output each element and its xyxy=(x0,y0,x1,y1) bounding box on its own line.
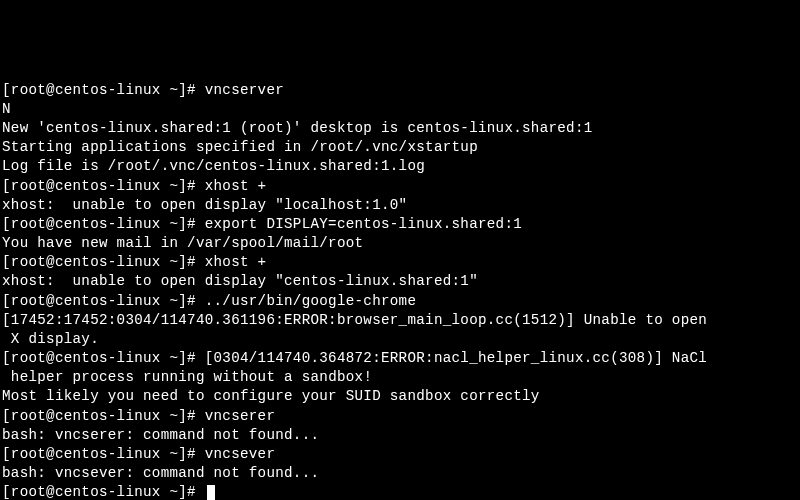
terminal-line: Most likely you need to configure your S… xyxy=(2,387,798,406)
terminal-line: bash: vncsever: command not found... xyxy=(2,464,798,483)
terminal-line: You have new mail in /var/spool/mail/roo… xyxy=(2,234,798,253)
terminal-line: Log file is /root/.vnc/centos-linux.shar… xyxy=(2,157,798,176)
terminal-line: [root@centos-linux ~]# export DISPLAY=ce… xyxy=(2,215,798,234)
cursor xyxy=(207,485,215,500)
terminal-line: [root@centos-linux ~]# [0304/114740.3648… xyxy=(2,349,798,368)
terminal-line: N xyxy=(2,100,798,119)
terminal-output[interactable]: [root@centos-linux ~]# vncserverNNew 'ce… xyxy=(2,81,798,500)
terminal-line: Starting applications specified in /root… xyxy=(2,138,798,157)
terminal-line: [root@centos-linux ~]# xhost + xyxy=(2,253,798,272)
terminal-line: New 'centos-linux.shared:1 (root)' deskt… xyxy=(2,119,798,138)
terminal-line: X display. xyxy=(2,330,798,349)
terminal-line: [root@centos-linux ~]# vncserer xyxy=(2,407,798,426)
terminal-line: [root@centos-linux ~]# xyxy=(2,484,215,500)
terminal-line: xhost: unable to open display "centos-li… xyxy=(2,272,798,291)
terminal-line: helper process running without a sandbox… xyxy=(2,368,798,387)
terminal-line: [17452:17452:0304/114740.361196:ERROR:br… xyxy=(2,311,798,330)
terminal-line: [root@centos-linux ~]# xhost + xyxy=(2,177,798,196)
terminal-line: [root@centos-linux ~]# vncserver xyxy=(2,81,798,100)
terminal-line: bash: vncserer: command not found... xyxy=(2,426,798,445)
terminal-line: xhost: unable to open display "localhost… xyxy=(2,196,798,215)
terminal-line: [root@centos-linux ~]# vncsever xyxy=(2,445,798,464)
terminal-line: [root@centos-linux ~]# ../usr/bin/google… xyxy=(2,292,798,311)
